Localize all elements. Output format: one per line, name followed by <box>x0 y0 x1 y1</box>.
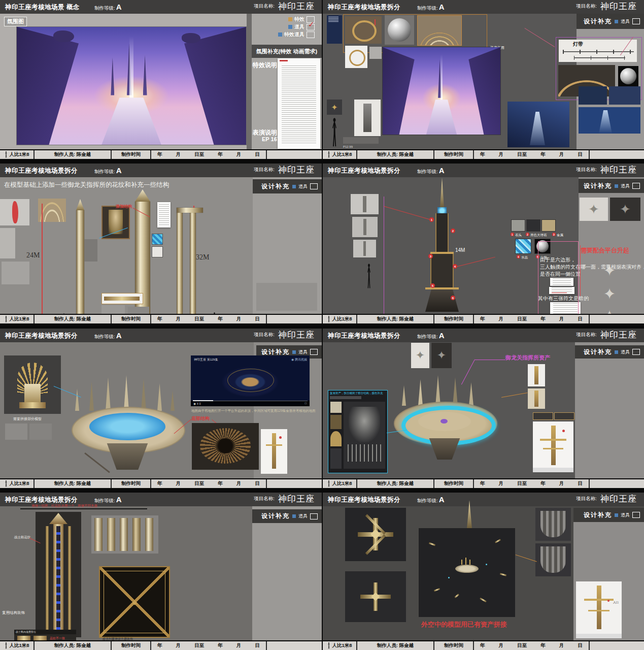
maker-cell: 制作人员:陈金越 <box>357 479 434 488</box>
panel-3-breakdown: 神印王座考核地场景拆分 制作等级:A 项目名称:神印王座 设计补充道具 在模型基… <box>0 164 322 323</box>
design-supplement-label: 设计补充 <box>261 182 290 191</box>
detail-thumbnail <box>2 262 29 284</box>
time-label: 制作时间 <box>121 151 141 158</box>
maker-cell: 制作人员:陈金越 <box>357 150 434 159</box>
time-cell: 制作时间 <box>434 641 474 650</box>
annotation-line-magenta <box>475 360 505 360</box>
side-column <box>68 526 71 631</box>
gold-ring-thumbnail <box>345 16 382 44</box>
date-day-to: 日至 <box>517 316 527 322</box>
ship-core <box>371 593 380 601</box>
maker-name: 陈金越 <box>77 480 91 487</box>
tower-spike <box>440 178 444 208</box>
scene-type-label: 氛围图 <box>4 17 27 26</box>
crest-card-light: ✦ <box>580 198 608 221</box>
project: 项目名称:神印王座 <box>254 493 315 505</box>
grade-label: 制作等级: <box>94 498 115 504</box>
warrior-tower-render <box>36 512 81 637</box>
maker-name: 陈金越 <box>399 642 414 649</box>
material-name: 水晶 <box>521 255 528 259</box>
panel-6-breakdown: 神印王座考核地场景拆分 制作等级:A 项目名称:神印王座 设计补充道具 ✦ ✦ … <box>323 329 644 488</box>
pattern-label: 战士殿花纹 <box>14 535 31 540</box>
panel-header: 神印王座考核地场景拆分 制作等级:A 项目名称:神印王座 <box>323 329 644 342</box>
stair-glow <box>599 110 612 134</box>
panel-body: 设计补充道具 资产复用 ✦ P12.99 灯带 <box>323 14 644 150</box>
figure-sketch-card <box>354 100 381 136</box>
panel-header: 神印王座考核地场景拆分 制作等级:A 项目名称:神印王座 <box>323 493 644 506</box>
white-ring-card <box>345 46 367 68</box>
time-label: 制作时间 <box>444 151 463 158</box>
prop-label: 道具 <box>621 183 630 189</box>
panel-footer: 人比1米8 制作人员:陈金越 制作时间 年月日至年月日 <box>323 640 644 650</box>
stair-glow <box>530 112 545 145</box>
panel-footer: 人比1米8 制作人员:陈金越 制作时间 年月日至年月日 <box>0 478 322 488</box>
scale-cell: 人比1米8 <box>323 641 357 650</box>
panel-title: 神印王座考核地场景拆分 <box>328 167 400 175</box>
mini-spire <box>461 560 462 565</box>
date-cell: 年月日至年月日 <box>474 479 590 488</box>
date-day2: 日 <box>578 151 583 158</box>
material-number: 3 <box>552 233 556 236</box>
design-supplement-label: 设计补充 <box>261 512 290 521</box>
time-label: 制作时间 <box>121 642 141 649</box>
maker-name: 陈金越 <box>77 316 91 322</box>
grade-value: A <box>116 3 122 11</box>
sphere-thumbnail <box>385 15 414 45</box>
base-disc-render <box>192 423 259 470</box>
panel-title: 神印王座考核地场景拆分 <box>5 496 78 504</box>
disc-center <box>215 438 235 453</box>
tower-column <box>551 426 556 465</box>
date-year1: 年 <box>480 480 485 487</box>
date-month1: 月 <box>176 316 181 322</box>
time-cell: 制作时间 <box>112 315 151 323</box>
grade: 制作等级:A <box>417 3 444 12</box>
grade-value: A <box>116 166 122 175</box>
callout-dot: 5 <box>430 283 435 288</box>
person-scale-icon <box>327 480 330 487</box>
scale-cell: 人比1米8 <box>323 479 357 488</box>
time-label: 制作时间 <box>444 480 463 487</box>
supplement-header: 氛围补充(特效 动画需求) <box>256 48 317 55</box>
date-month2: 月 <box>559 480 564 487</box>
ref-thumb <box>330 402 342 413</box>
prop-label: 道具 <box>621 18 630 25</box>
grade-value: A <box>439 3 445 11</box>
panel-title: 神印王座考核地场景拆分 <box>328 496 400 504</box>
date-month1: 月 <box>176 151 181 158</box>
connector-line <box>456 257 495 267</box>
date-year2: 年 <box>218 316 223 322</box>
mini-header-label: 战士殿内场景部分 <box>16 630 36 633</box>
design-supplement-label: 设计补充 <box>584 511 612 519</box>
mini-spire <box>469 560 470 565</box>
tower-diagram-card: 入口 <box>576 581 622 638</box>
structure-screenshot <box>344 402 385 469</box>
prop-label: 道具 <box>621 512 630 518</box>
time-label: 制作时间 <box>444 316 463 322</box>
right-column <box>575 342 644 479</box>
empty-cell <box>267 641 322 650</box>
gold-band <box>425 287 459 289</box>
project: 项目名称:神印王座 <box>254 1 315 12</box>
prop-checkbox: ✓ <box>307 24 315 30</box>
throne-steps <box>19 402 46 408</box>
tower-glyph <box>352 219 378 235</box>
date-day2: 日 <box>255 316 260 322</box>
panel-title: 神印王座考核地场景拆分 <box>5 167 78 175</box>
drape-model-card <box>535 543 571 576</box>
grade-value: A <box>439 495 445 504</box>
spire <box>402 385 406 406</box>
panel-note: 在模型基础上添加一些御龙关指挥所的花纹和补充一些结构 <box>4 181 169 189</box>
date-cell: 年月日至年月日 <box>151 315 267 323</box>
red-mark <box>375 19 376 25</box>
prop-label: 道具 <box>621 349 630 355</box>
empty-cell <box>590 641 644 650</box>
grade-value: A <box>439 166 445 175</box>
project-label: 项目名称: <box>576 496 597 502</box>
date-month1: 月 <box>499 316 504 322</box>
date-year2: 年 <box>540 316 546 322</box>
pillar-render <box>76 210 84 323</box>
add-structure-label: 添加结构 <box>116 204 132 209</box>
ship-core <box>370 529 381 539</box>
pillar-render <box>177 208 183 323</box>
scale-cell: 人比1米8 <box>0 641 35 650</box>
